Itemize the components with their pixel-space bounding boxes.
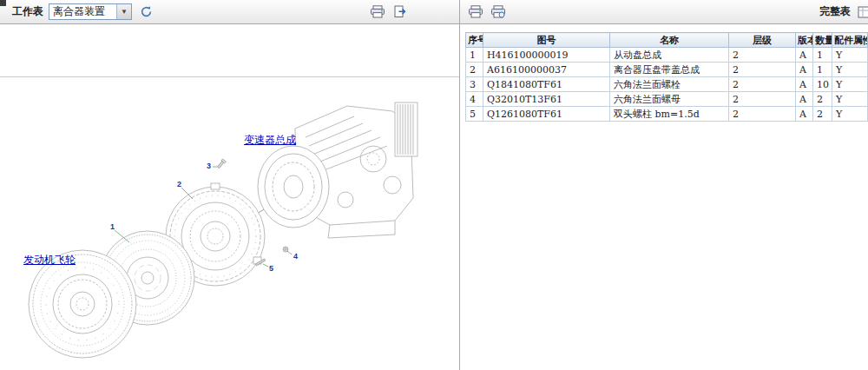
cell-name: 六角法兰面螺栓: [610, 77, 729, 92]
worksheet-dropdown[interactable]: 离合器装置 ▼: [49, 3, 132, 20]
cell-quantity: 10: [813, 77, 832, 92]
cell-version: A: [796, 77, 813, 92]
callout-2[interactable]: 2: [177, 180, 181, 188]
cell-level: 2: [729, 77, 796, 92]
cell-attribute: Y: [832, 107, 868, 122]
window-corner-artifact: [0, 0, 6, 6]
table-row[interactable]: 4 Q32010T13F61 六角法兰面螺母 2 A 2 Y: [466, 92, 868, 107]
right-toolbar: 完整表: [460, 0, 868, 24]
parts-table: 序号 图号 名称 层级 版本 数量 配件属性 1 H416100000019 从…: [465, 32, 868, 122]
leader-5: [263, 264, 268, 267]
refresh-icon[interactable]: [137, 4, 155, 20]
cell-version: A: [796, 107, 813, 122]
callout-3[interactable]: 3: [207, 162, 211, 170]
print-icon[interactable]: [369, 4, 386, 20]
table-row[interactable]: 2 A616100000037 离合器压盘带盖总成 2 A 1 Y: [466, 63, 868, 77]
cell-index: 3: [466, 77, 483, 92]
complete-table-label: 完整表: [819, 4, 851, 19]
cell-attribute: Y: [832, 92, 868, 107]
cell-attribute: Y: [832, 48, 868, 63]
cell-name: 双头螺柱 bm=1.5d: [610, 107, 729, 122]
left-toolbar: 工作表 离合器装置 ▼: [0, 0, 459, 24]
cell-level: 2: [729, 107, 796, 122]
col-quantity[interactable]: 数量: [813, 33, 832, 48]
col-level[interactable]: 层级: [729, 33, 796, 48]
table-row[interactable]: 3 Q1841080TF61 六角法兰面螺栓 2 A 10 Y: [466, 77, 868, 92]
cell-part-number: Q1841080TF61: [483, 77, 610, 92]
col-version[interactable]: 版本: [796, 33, 813, 48]
cell-index: 2: [466, 63, 483, 77]
table-mode-icon[interactable]: [856, 4, 868, 20]
parts-catalog-window: 工作表 离合器装置 ▼: [0, 0, 868, 370]
cell-quantity: 1: [813, 48, 832, 63]
worksheet-dropdown-value: 离合器装置: [49, 4, 116, 19]
cell-level: 2: [729, 48, 796, 63]
col-index[interactable]: 序号: [466, 33, 483, 48]
cell-quantity: 2: [813, 92, 832, 107]
col-name[interactable]: 名称: [610, 33, 729, 48]
cell-index: 5: [466, 107, 483, 122]
callout-4[interactable]: 4: [293, 252, 298, 261]
export-icon[interactable]: [391, 4, 409, 20]
cell-level: 2: [729, 63, 796, 77]
bolt-item3-sketch[interactable]: [217, 159, 227, 168]
cell-attribute: Y: [832, 63, 868, 77]
cell-part-number: Q32010T13F61: [483, 92, 610, 107]
cell-index: 1: [466, 48, 483, 63]
cell-name: 从动盘总成: [610, 48, 729, 63]
diagram-panel: 工作表 离合器装置 ▼: [0, 0, 460, 370]
cell-version: A: [796, 48, 813, 63]
print-preview-icon[interactable]: [490, 4, 507, 20]
col-attribute[interactable]: 配件属性: [832, 33, 868, 48]
cell-name: 离合器压盘带盖总成: [610, 63, 729, 77]
cell-part-number: H416100000019: [483, 48, 610, 63]
exploded-diagram: 1 2 3 4 5: [0, 76, 458, 370]
table-header-row: 序号 图号 名称 层级 版本 数量 配件属性: [466, 33, 868, 48]
worksheet-label: 工作表: [12, 4, 43, 19]
chevron-down-icon[interactable]: ▼: [116, 4, 131, 19]
cell-part-number: Q1261080TF61: [483, 107, 610, 122]
cell-quantity: 2: [813, 107, 832, 122]
print-table-icon[interactable]: [467, 4, 484, 20]
cell-attribute: Y: [832, 77, 868, 92]
transmission-assembly-label[interactable]: 变速器总成: [244, 133, 296, 148]
table-row[interactable]: 5 Q1261080TF61 双头螺柱 bm=1.5d 2 A 2 Y: [466, 107, 868, 122]
engine-flywheel-label[interactable]: 发动机飞轮: [23, 253, 76, 268]
leader-4: [287, 251, 292, 254]
cell-version: A: [796, 92, 813, 107]
cell-version: A: [796, 63, 813, 77]
callout-1[interactable]: 1: [110, 222, 115, 231]
cell-part-number: A616100000037: [483, 63, 610, 77]
table-row[interactable]: 1 H416100000019 从动盘总成 2 A 1 Y: [466, 48, 868, 63]
cell-quantity: 1: [813, 63, 832, 77]
col-part-number[interactable]: 图号: [483, 33, 610, 48]
callout-5[interactable]: 5: [269, 264, 273, 273]
parts-table-container: 序号 图号 名称 层级 版本 数量 配件属性 1 H416100000019 从…: [460, 24, 868, 122]
cell-level: 2: [729, 92, 796, 107]
transmission-sketch[interactable]: [258, 102, 418, 238]
parts-list-panel: 完整表 序号 图号 名称 层级: [460, 0, 868, 370]
cell-index: 4: [466, 92, 483, 107]
cell-name: 六角法兰面螺母: [610, 92, 729, 107]
